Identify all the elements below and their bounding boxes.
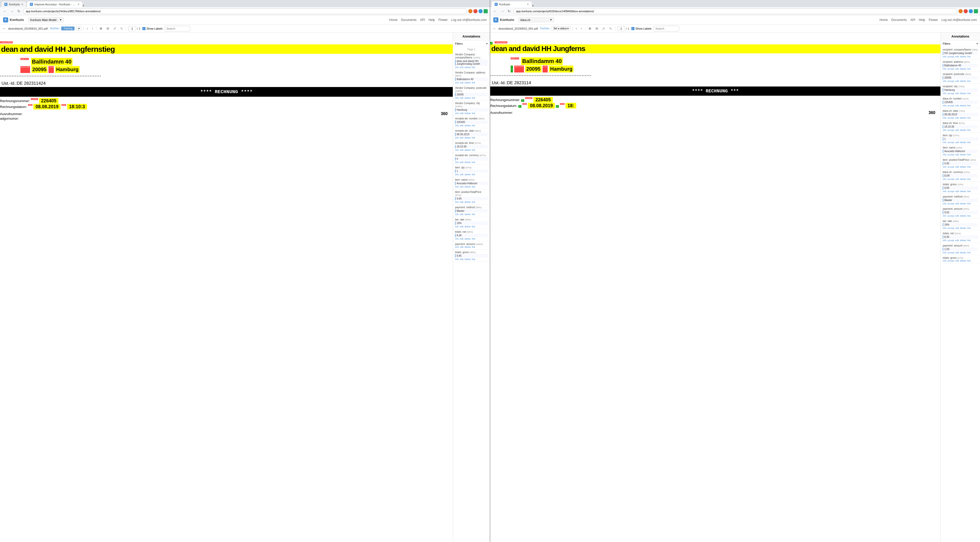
annotation-link-button[interactable]: link [967, 129, 971, 132]
annotation-info-button[interactable]: info [943, 129, 947, 132]
annotation-accept-button[interactable]: accept [948, 190, 955, 193]
annotation-delete-button[interactable]: delete [960, 227, 966, 229]
left-fit-page-button[interactable]: ⤡ [119, 26, 124, 31]
right-prev-page-button[interactable]: ‹ [575, 26, 578, 31]
annotation-info-button[interactable]: info [455, 186, 459, 188]
annotation-edit-button[interactable]: edit [460, 149, 464, 151]
left-nav-flower[interactable]: Flower [438, 18, 448, 22]
annotation-info-button[interactable]: info [455, 238, 459, 240]
left-model-selector[interactable]: Konfuzio Main Model ▾ [28, 17, 64, 22]
annotation-info-button[interactable]: info [943, 190, 947, 193]
annotation-delete-button[interactable]: delete [960, 80, 966, 83]
annotation-delete-button[interactable]: delete [960, 117, 966, 119]
annotation-edit-button[interactable]: edit [955, 117, 959, 119]
annotation-accept-button[interactable]: accept [948, 153, 955, 156]
annotation-delete-button[interactable]: delete [960, 68, 966, 70]
annotation-edit-button[interactable]: edit [955, 239, 959, 242]
annotation-delete-button[interactable]: delete [960, 141, 966, 144]
left-status-dropdown[interactable]: ▾ [76, 27, 81, 30]
left-forward-button[interactable]: → [9, 9, 15, 14]
right-reload-button[interactable]: ↻ [507, 9, 512, 14]
left-prev-page-button[interactable]: ‹ [86, 26, 89, 31]
annotation-delete-button[interactable]: delete [465, 246, 471, 248]
left-nav-home[interactable]: Home [389, 18, 397, 22]
annotation-delete-button[interactable]: delete [960, 202, 966, 205]
annotation-link-button[interactable]: link [967, 104, 971, 107]
right-tab-konfuzio-close[interactable]: × [527, 3, 529, 6]
annotation-edit-button[interactable]: edit [460, 213, 464, 216]
annotation-info-button[interactable]: info [943, 141, 947, 144]
annotation-delete-button[interactable]: delete [465, 161, 471, 164]
annotation-link-button[interactable]: link [967, 92, 971, 95]
left-zoom-in-button[interactable]: ⊕ [99, 26, 103, 31]
annotation-info-button[interactable]: info [455, 81, 459, 84]
annotation-edit-button[interactable]: edit [955, 202, 959, 205]
annotation-delete-button[interactable]: delete [960, 165, 966, 168]
right-extension-icon-3[interactable] [969, 9, 973, 13]
annotation-accept-button[interactable]: accept [948, 56, 955, 58]
annotation-link-button[interactable]: link [967, 190, 971, 193]
annotation-edit-button[interactable]: edit [460, 81, 464, 84]
annotation-accept-button[interactable]: accept [948, 117, 955, 119]
left-tab-improve[interactable]: K Improve Accuracy - Konfuzio - T... × [27, 1, 83, 7]
left-new-tab-button[interactable]: + [83, 4, 84, 7]
annotation-link-button[interactable]: link [472, 173, 476, 176]
left-next-page-button[interactable]: › [91, 26, 94, 31]
annotation-delete-button[interactable]: delete [960, 178, 966, 180]
annotation-info-button[interactable]: info [455, 173, 459, 176]
left-doc-view-mode[interactable]: TextViev [50, 27, 59, 30]
annotation-accept-button[interactable]: accept [948, 129, 955, 132]
left-address-input[interactable] [23, 8, 467, 14]
right-nav-documents[interactable]: Documents [891, 18, 907, 22]
annotation-delete-button[interactable]: delete [465, 81, 471, 84]
annotation-accept-button[interactable]: accept [948, 202, 955, 205]
annotation-info-button[interactable]: info [455, 66, 459, 68]
annotation-delete-button[interactable]: delete [465, 225, 471, 228]
annotation-edit-button[interactable]: edit [955, 190, 959, 193]
annotation-info-button[interactable]: info [943, 104, 947, 107]
annotation-info-button[interactable]: info [943, 259, 947, 262]
annotation-info-button[interactable]: info [943, 165, 947, 168]
annotation-info-button[interactable]: info [455, 137, 459, 139]
annotation-edit-button[interactable]: edit [955, 141, 959, 144]
annotation-edit-button[interactable]: edit [955, 80, 959, 83]
right-fit-page-button[interactable]: ⤡ [608, 26, 613, 31]
right-back-button[interactable]: ← [492, 9, 498, 14]
annotation-info-button[interactable]: info [455, 246, 459, 248]
annotation-accept-button[interactable]: accept [948, 259, 955, 262]
annotation-accept-button[interactable]: accept [948, 165, 955, 168]
right-nav-home[interactable]: Home [880, 18, 888, 22]
annotation-edit-button[interactable]: edit [955, 56, 959, 58]
annotation-accept-button[interactable]: accept [948, 92, 955, 95]
annotation-link-button[interactable]: link [967, 178, 971, 180]
annotation-accept-button[interactable]: accept [948, 80, 955, 83]
annotation-link-button[interactable]: link [472, 124, 476, 127]
annotation-delete-button[interactable]: delete [960, 190, 966, 193]
annotation-link-button[interactable]: link [967, 117, 971, 119]
left-extension-icon-4[interactable] [484, 9, 488, 13]
annotation-accept-button[interactable]: accept [948, 239, 955, 242]
annotation-info-button[interactable]: info [943, 68, 947, 70]
annotation-info-button[interactable]: info [455, 213, 459, 216]
annotation-edit-button[interactable]: edit [955, 251, 959, 254]
annotation-delete-button[interactable]: delete [465, 124, 471, 127]
left-nav-documents[interactable]: Documents [401, 18, 417, 22]
annotation-link-button[interactable]: link [472, 225, 476, 228]
right-nav-logout[interactable]: Log out ch@konfuzio.com [942, 18, 977, 22]
annotation-edit-button[interactable]: edit [460, 66, 464, 68]
annotation-info-button[interactable]: info [455, 161, 459, 164]
annotation-link-button[interactable]: link [967, 202, 971, 205]
annotation-link-button[interactable]: link [967, 239, 971, 242]
annotation-delete-button[interactable]: delete [465, 201, 471, 203]
annotation-accept-button[interactable]: accept [948, 68, 955, 70]
left-doc-back-button[interactable]: ← [3, 27, 6, 31]
annotation-link-button[interactable]: link [472, 149, 476, 151]
annotation-info-button[interactable]: info [943, 227, 947, 229]
annotation-delete-button[interactable]: delete [960, 251, 966, 254]
annotation-edit-button[interactable]: edit [460, 112, 464, 114]
annotation-edit-button[interactable]: edit [460, 97, 464, 99]
annotation-link-button[interactable]: link [967, 215, 971, 217]
annotation-edit-button[interactable]: edit [955, 227, 959, 229]
annotation-delete-button[interactable]: delete [465, 213, 471, 216]
annotation-delete-button[interactable]: delete [465, 186, 471, 188]
